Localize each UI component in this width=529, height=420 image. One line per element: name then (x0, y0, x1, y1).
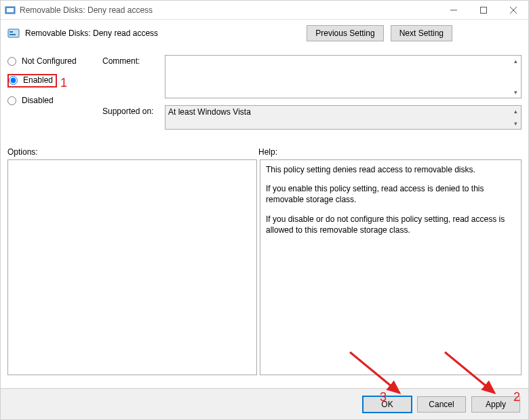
minimize-button[interactable] (439, 1, 469, 20)
cancel-button[interactable]: Cancel (417, 396, 466, 413)
radio-not-configured[interactable]: Not Configured (7, 56, 102, 66)
radio-not-configured-input[interactable] (7, 57, 16, 66)
comment-textarea[interactable]: ▴ ▾ (165, 55, 522, 98)
options-label: Options: (7, 147, 258, 157)
options-pane (7, 159, 257, 375)
close-button[interactable] (498, 1, 528, 20)
bottom-bar: OK Cancel Apply (1, 388, 528, 419)
apply-button[interactable]: Apply (471, 396, 520, 413)
radio-enabled[interactable]: Enabled (7, 74, 57, 88)
previous-setting-button[interactable]: Previous Setting (307, 25, 383, 41)
next-setting-button[interactable]: Next Setting (391, 25, 452, 41)
radio-disabled[interactable]: Disabled (7, 96, 102, 105)
svg-rect-6 (8, 29, 19, 37)
window-controls (439, 1, 528, 20)
comment-label: Comment: (102, 55, 165, 98)
state-column: Not Configured Enabled Disabled (7, 55, 102, 136)
nav-buttons: Previous Setting Next Setting (307, 25, 452, 41)
supported-value: At least Windows Vista (168, 107, 251, 117)
help-paragraph: If you enable this policy setting, read … (266, 183, 515, 205)
scroll-down-icon[interactable]: ▾ (510, 87, 521, 98)
scroll-down-icon[interactable]: ▾ (510, 118, 521, 129)
radio-disabled-input[interactable] (7, 96, 16, 105)
form-column: Comment: ▴ ▾ Supported on: At least Wind… (102, 55, 522, 136)
radio-enabled-input[interactable] (9, 76, 18, 85)
maximize-button[interactable] (469, 1, 498, 20)
radio-enabled-label: Enabled (23, 75, 53, 85)
svg-rect-8 (9, 34, 16, 35)
help-paragraph: This policy setting denies read access t… (266, 164, 515, 175)
content-area: Removable Disks: Deny read access Previo… (1, 20, 528, 375)
radio-disabled-label: Disabled (22, 96, 54, 105)
radio-not-configured-label: Not Configured (22, 56, 77, 66)
help-label: Help: (258, 147, 277, 157)
policy-icon (7, 27, 20, 39)
upper-section: Not Configured Enabled Disabled Comment:… (1, 44, 528, 143)
header-row: Removable Disks: Deny read access Previo… (1, 20, 528, 44)
comment-row: Comment: ▴ ▾ (102, 55, 522, 98)
help-paragraph: If you disable or do not configure this … (266, 214, 515, 235)
policy-title: Removable Disks: Deny read access (25, 28, 158, 38)
help-pane: This policy setting denies read access t… (260, 159, 522, 375)
svg-rect-1 (7, 8, 14, 12)
scroll-up-icon[interactable]: ▴ (510, 106, 521, 117)
supported-box: At least Windows Vista ▴ ▾ (165, 105, 522, 130)
lower-labels: Options: Help: (1, 143, 528, 159)
window-title: Removable Disks: Deny read access (20, 5, 153, 15)
svg-rect-7 (9, 31, 13, 33)
ok-button[interactable]: OK (363, 396, 412, 413)
supported-row: Supported on: At least Windows Vista ▴ ▾ (102, 105, 522, 130)
supported-label: Supported on: (102, 105, 165, 130)
title-bar: Removable Disks: Deny read access (1, 1, 528, 20)
app-icon (5, 5, 16, 16)
svg-rect-3 (481, 7, 487, 14)
lower-panes: This policy setting denies read access t… (1, 159, 528, 375)
scroll-up-icon[interactable]: ▴ (510, 56, 521, 66)
